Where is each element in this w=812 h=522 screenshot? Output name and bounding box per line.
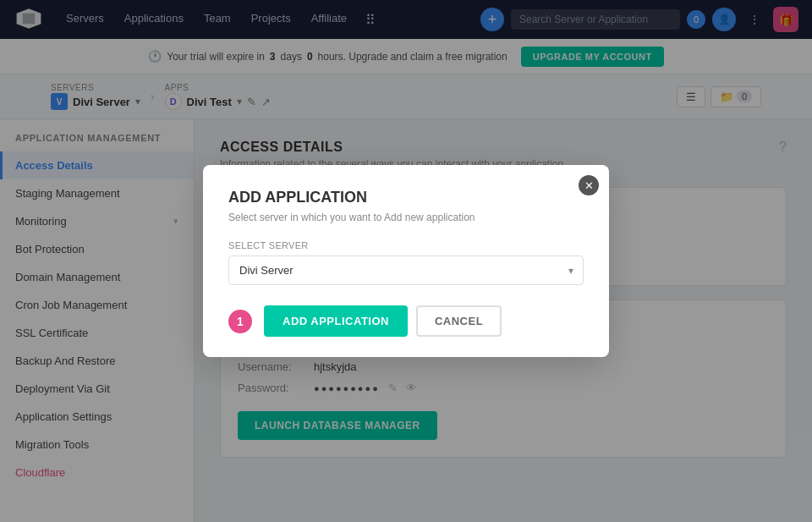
select-server-wrapper: Divi Server ▾ bbox=[228, 256, 584, 285]
modal-add-application-button[interactable]: ADD APPLICATION bbox=[264, 305, 408, 337]
add-application-modal: ✕ ADD APPLICATION Select server in which… bbox=[203, 165, 609, 357]
select-server-label: Select Server bbox=[228, 240, 584, 250]
modal-desc: Select server in which you want to Add n… bbox=[228, 212, 584, 223]
modal-cancel-button[interactable]: CANCEL bbox=[416, 305, 502, 337]
step-badge: 1 bbox=[228, 310, 252, 333]
modal-actions: 1 ADD APPLICATION CANCEL bbox=[228, 305, 584, 337]
modal-overlay: ✕ ADD APPLICATION Select server in which… bbox=[0, 0, 812, 522]
select-server-dropdown[interactable]: Divi Server bbox=[228, 256, 584, 285]
modal-title: ADD APPLICATION bbox=[228, 189, 584, 206]
modal-close-button[interactable]: ✕ bbox=[579, 175, 599, 195]
